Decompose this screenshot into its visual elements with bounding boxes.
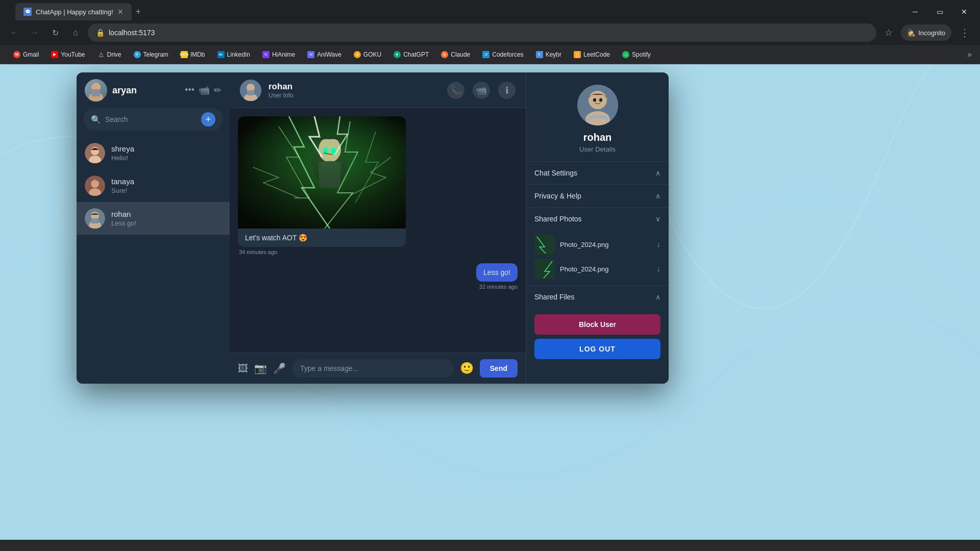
bookmark-claude[interactable]: ✳ Claude bbox=[436, 49, 475, 60]
right-panel: rohan User Details Chat Settings ∧ Priva… bbox=[526, 72, 669, 384]
photo-thumb-2 bbox=[534, 259, 555, 279]
user-profile-section: rohan User Details bbox=[526, 72, 669, 161]
bookmark-aniwave[interactable]: W AniWave bbox=[302, 49, 347, 60]
more-options-button[interactable]: ••• bbox=[185, 85, 194, 96]
video-call-button[interactable]: 📹 bbox=[199, 85, 210, 96]
bookmark-youtube[interactable]: ▶ YouTube bbox=[46, 49, 90, 60]
home-button[interactable]: ⌂ bbox=[67, 24, 84, 41]
chat-app: aryan ••• 📹 ✏ 🔍 + bbox=[77, 72, 669, 384]
chat-settings-chevron: ∧ bbox=[655, 169, 660, 177]
chat-header-actions: 📞 📹 ℹ bbox=[447, 82, 516, 99]
security-icon: 🔒 bbox=[96, 29, 105, 37]
shreya-info: shreya Hello! bbox=[111, 144, 222, 162]
voice-message-button[interactable]: 🎤 bbox=[273, 362, 286, 374]
more-bookmarks-button[interactable]: » bbox=[967, 50, 972, 59]
message-input[interactable] bbox=[292, 359, 454, 378]
reload-button[interactable]: ↻ bbox=[47, 24, 63, 41]
video-call-header-button[interactable]: 📹 bbox=[473, 82, 490, 99]
bookmark-spotify[interactable]: ♫ Spotify bbox=[617, 49, 656, 60]
search-input[interactable] bbox=[105, 115, 197, 123]
message-received-1: Let's watch AOT 😍 34 minutes ago bbox=[238, 116, 406, 255]
bookmark-leetcode[interactable]: {}​ LeetCode bbox=[569, 49, 615, 60]
messages-area[interactable]: Let's watch AOT 😍 34 minutes ago Less go… bbox=[230, 108, 526, 353]
privacy-help-title: Privacy & Help bbox=[534, 192, 581, 200]
rohan-list-avatar bbox=[85, 208, 105, 229]
close-tab-button[interactable]: ✕ bbox=[117, 8, 124, 16]
image-upload-button[interactable]: 🖼 bbox=[238, 363, 248, 374]
browser-chrome: 💬 ChatApp | Happy chatting! ✕ + ─ ▭ ✕ ← … bbox=[0, 0, 980, 64]
tab-bar: 💬 ChatApp | Happy chatting! ✕ + bbox=[0, 3, 903, 20]
block-user-button[interactable]: Block User bbox=[534, 314, 660, 335]
photo-item-2: Photo_2024.png ↓ bbox=[534, 259, 660, 279]
close-window-button[interactable]: ✕ bbox=[952, 4, 976, 20]
send-button[interactable]: Send bbox=[480, 359, 518, 378]
bookmark-keybr[interactable]: K Keybr bbox=[531, 49, 567, 60]
maximize-button[interactable]: ▭ bbox=[928, 4, 951, 20]
bookmark-linkedin[interactable]: in LinkedIn bbox=[212, 49, 255, 60]
message-time-sent-1: 32 minutes ago bbox=[476, 284, 518, 290]
search-bar: 🔍 + bbox=[84, 108, 223, 131]
active-tab[interactable]: 💬 ChatApp | Happy chatting! ✕ bbox=[15, 3, 132, 20]
imdb-icon: IMDb bbox=[181, 51, 188, 58]
shared-files-chevron: ∧ bbox=[655, 293, 660, 301]
message-sent-1: Less go! 32 minutes ago bbox=[476, 263, 518, 290]
contact-list: shreya Hello! tana bbox=[77, 137, 230, 384]
bookmark-codeforces[interactable]: cf Codeforces bbox=[477, 49, 528, 60]
shared-photos-list: Photo_2024.png ↓ Photo_2024.png ↓ bbox=[526, 230, 669, 285]
contact-item-shreya[interactable]: shreya Hello! bbox=[77, 137, 230, 169]
drive-icon: △ bbox=[97, 51, 105, 58]
browser-menu-button[interactable]: ⋮ bbox=[955, 27, 974, 39]
emoji-button[interactable]: 🙂 bbox=[460, 362, 474, 375]
photo-download-button-1[interactable]: ↓ bbox=[656, 240, 660, 249]
chat-header: rohan User Info 📞 📹 ℹ bbox=[230, 72, 526, 108]
bookmark-chatgpt[interactable]: ✦ ChatGPT bbox=[388, 49, 434, 60]
shared-photos-header[interactable]: Shared Photos ∨ bbox=[526, 208, 669, 230]
shared-files-title: Shared Files bbox=[534, 293, 575, 301]
message-content-sent-1: Less go! bbox=[476, 263, 518, 282]
bookmark-button[interactable]: ☆ bbox=[880, 27, 897, 38]
telegram-icon: ✈ bbox=[134, 51, 141, 58]
tab-title: ChatApp | Happy chatting! bbox=[36, 8, 113, 16]
shared-photos-section: Shared Photos ∨ Photo_2024.png ↓ bbox=[526, 207, 669, 285]
chat-settings-header[interactable]: Chat Settings ∧ bbox=[526, 162, 669, 184]
bookmark-telegram[interactable]: ✈ Telegram bbox=[129, 49, 174, 60]
leetcode-icon: {}​ bbox=[574, 51, 581, 58]
back-button[interactable]: ← bbox=[6, 24, 22, 41]
bookmark-goku[interactable]: ⊕ GOKU bbox=[349, 49, 386, 60]
codeforces-icon: cf bbox=[482, 51, 489, 58]
panel-buttons: Block User LOG OUT bbox=[526, 308, 669, 367]
sidebar: aryan ••• 📹 ✏ 🔍 + bbox=[77, 72, 230, 384]
linkedin-icon: in bbox=[217, 51, 225, 58]
chatgpt-icon: ✦ bbox=[394, 51, 401, 58]
keybr-icon: K bbox=[536, 51, 543, 58]
shared-files-header[interactable]: Shared Files ∧ bbox=[526, 286, 669, 308]
bookmark-drive[interactable]: △ Drive bbox=[92, 49, 127, 60]
compose-button[interactable]: ✏ bbox=[214, 85, 222, 96]
bookmark-gmail[interactable]: M Gmail bbox=[8, 49, 44, 60]
contact-item-tanaya[interactable]: tanaya Sure! bbox=[77, 169, 230, 202]
search-icon: 🔍 bbox=[91, 115, 101, 124]
address-bar[interactable]: 🔒 localhost:5173 bbox=[88, 23, 876, 42]
voice-call-button[interactable]: 📞 bbox=[447, 82, 464, 99]
contact-item-rohan[interactable]: rohan Less go! bbox=[77, 202, 230, 235]
photo-item-1: Photo_2024.png ↓ bbox=[534, 234, 660, 255]
new-chat-button[interactable]: + bbox=[201, 112, 215, 127]
rohan-info: rohan Less go! bbox=[111, 210, 222, 227]
bookmark-hianime[interactable]: hi HiAnime bbox=[257, 49, 300, 60]
new-tab-button[interactable]: + bbox=[132, 7, 145, 17]
tanaya-avatar bbox=[85, 176, 105, 196]
privacy-help-header[interactable]: Privacy & Help ∧ bbox=[526, 185, 669, 207]
chat-partner-status: User Info bbox=[268, 92, 440, 99]
forward-button[interactable]: → bbox=[27, 24, 43, 41]
shreya-preview: Hello! bbox=[111, 154, 222, 162]
camera-button[interactable]: 📷 bbox=[254, 362, 267, 374]
tanaya-name: tanaya bbox=[111, 177, 222, 186]
shared-photos-chevron: ∨ bbox=[655, 215, 660, 223]
chat-settings-section: Chat Settings ∧ bbox=[526, 161, 669, 184]
minimize-button[interactable]: ─ bbox=[903, 4, 927, 20]
photo-download-button-2[interactable]: ↓ bbox=[656, 264, 660, 273]
bookmark-imdb[interactable]: IMDb IMDb bbox=[176, 49, 210, 60]
info-button[interactable]: ℹ bbox=[498, 82, 516, 99]
logout-button[interactable]: LOG OUT bbox=[534, 339, 660, 359]
tab-favicon: 💬 bbox=[23, 8, 32, 16]
